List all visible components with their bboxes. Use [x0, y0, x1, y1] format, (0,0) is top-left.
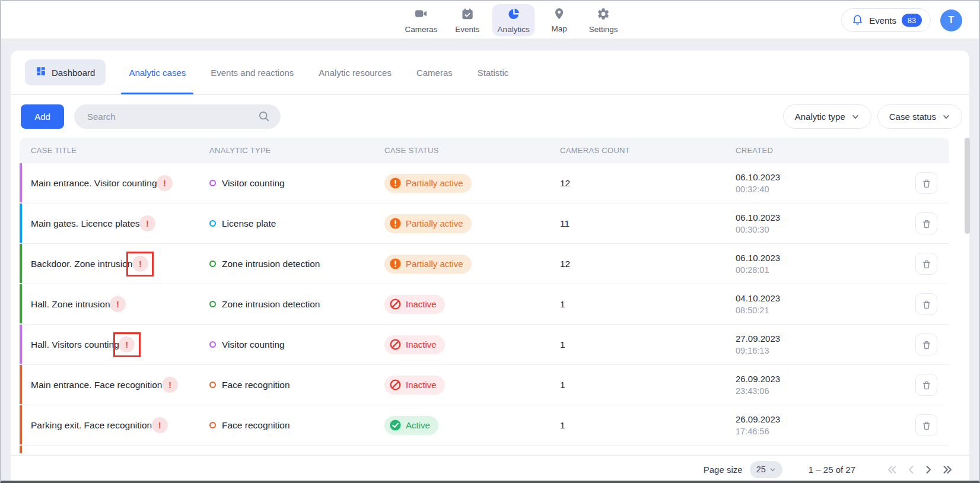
nav-item-label: Cameras	[405, 25, 438, 34]
trash-icon	[921, 299, 932, 310]
row-accent-bar	[20, 204, 22, 243]
status-badge: Inactive	[384, 295, 445, 314]
row-accent-bar	[20, 325, 22, 364]
delete-button[interactable]	[915, 212, 937, 234]
column-header: CAMERAS COUNT	[546, 146, 736, 155]
cameras-count: 1	[560, 299, 565, 310]
tab-events-and-reactions[interactable]: Events and reactions	[198, 50, 306, 94]
created-time: 09:16:13	[736, 345, 860, 357]
exclamation-circle-icon	[390, 258, 401, 269]
delete-button[interactable]	[915, 253, 937, 275]
tab-statistic[interactable]: Statistic	[465, 50, 521, 94]
row-accent-bar	[20, 244, 22, 283]
next-page-button[interactable]	[925, 465, 932, 475]
nav-item-settings[interactable]: Settings	[584, 4, 623, 36]
add-button[interactable]: Add	[21, 104, 64, 129]
table-row[interactable]: Hall. Zone intrusion ! Zone intrusion de…	[20, 284, 949, 325]
column-header: ANALYTIC TYPE	[209, 146, 384, 155]
block-icon	[390, 339, 401, 350]
tab-cameras[interactable]: Cameras	[404, 50, 465, 94]
alert-icon: !	[152, 417, 168, 433]
table-row[interactable]: Main entrance. Face recognition ! Face r…	[20, 365, 949, 405]
case-title: Main entrance. Face recognition	[31, 380, 162, 390]
analytic-type-label: Face recognition	[222, 420, 290, 431]
created-date: 27.09.2023	[736, 332, 860, 345]
alert-icon: !	[119, 336, 135, 352]
analytic-type-label: Face recognition	[222, 380, 290, 390]
analytic-type-icon	[209, 341, 216, 348]
calendar-icon	[460, 7, 474, 23]
search-icon	[258, 110, 270, 125]
tab-list: Analytic cases Events and reactions Anal…	[116, 50, 521, 94]
alert-highlight-box: !	[104, 292, 132, 317]
created-date: 06.10.2023	[736, 171, 860, 183]
filter-group: Analytic type Case status	[777, 104, 962, 129]
block-icon	[390, 298, 401, 310]
tab-analytic-cases[interactable]: Analytic cases	[116, 50, 198, 94]
status-badge: Partially active	[384, 174, 472, 193]
nav-item-map[interactable]: Map	[542, 4, 577, 36]
cameras-count: 12	[560, 259, 570, 269]
table-header: CASE TITLEANALYTIC TYPECASE STATUSCAMERA…	[20, 138, 949, 163]
avatar[interactable]: T	[940, 9, 962, 31]
page-size-value: 25	[756, 465, 766, 474]
tab-label: Events and reactions	[211, 68, 294, 78]
status-badge: Inactive	[384, 376, 445, 395]
tab-analytic-resources[interactable]: Analytic resources	[306, 50, 404, 94]
table-row-partial	[20, 446, 949, 454]
status-label: Inactive	[406, 380, 437, 390]
trash-icon	[921, 339, 932, 350]
tab-dashboard[interactable]: Dashboard	[25, 59, 106, 85]
last-page-button[interactable]	[942, 465, 953, 475]
created-time: 17:46:56	[736, 425, 860, 438]
pagination-range-label: 1 – 25 of 27	[809, 465, 855, 475]
delete-button[interactable]	[915, 374, 937, 396]
dashboard-grid-icon	[36, 66, 46, 79]
events-notifications-button[interactable]: Events 83	[841, 8, 931, 32]
status-badge: Partially active	[384, 255, 472, 274]
case-title: Backdoor. Zone intrusion	[31, 259, 132, 269]
alert-icon: !	[132, 256, 148, 272]
main-navigation: Cameras Events Analytics Map Settings	[400, 1, 623, 39]
column-header: CASE TITLE	[20, 146, 209, 155]
delete-button[interactable]	[915, 172, 937, 194]
nav-item-events[interactable]: Events	[450, 4, 485, 36]
nav-item-analytics[interactable]: Analytics	[492, 4, 535, 36]
tab-label: Statistic	[478, 68, 509, 78]
table-footer: Page size 25 1 – 25 of 27	[11, 455, 969, 483]
analytic-type-label: Visitor counting	[222, 178, 285, 189]
search-box	[74, 104, 281, 129]
tabs-bar: Dashboard Analytic cases Events and reac…	[11, 50, 969, 95]
delete-button[interactable]	[915, 333, 937, 355]
nav-item-label: Settings	[589, 25, 618, 34]
tab-dashboard-label: Dashboard	[52, 68, 95, 78]
table-row[interactable]: Hall. Visitors counting ! Visitor counti…	[20, 325, 949, 365]
filter-dropdown-analytic-type[interactable]: Analytic type	[783, 104, 871, 129]
table-row[interactable]: Main gates. Licence plates ! License pla…	[20, 204, 949, 244]
created-date: 04.10.2023	[736, 292, 860, 304]
vertical-scrollbar[interactable]	[965, 138, 970, 234]
first-page-button[interactable]	[886, 465, 898, 475]
page-size-select[interactable]: 25	[750, 461, 782, 478]
nav-item-label: Map	[552, 24, 567, 33]
filter-dropdown-case-status[interactable]: Case status	[877, 104, 962, 129]
created-time: 08:50:21	[736, 304, 860, 317]
delete-button[interactable]	[915, 414, 937, 436]
column-header: CREATED	[736, 146, 860, 155]
content-panel: Dashboard Analytic cases Events and reac…	[11, 50, 969, 483]
table-row[interactable]: Backdoor. Zone intrusion ! Zone intrusio…	[20, 244, 949, 284]
search-input[interactable]	[74, 104, 281, 129]
cameras-count: 1	[560, 420, 565, 431]
prev-page-button[interactable]	[908, 465, 915, 475]
nav-item-cameras[interactable]: Cameras	[400, 4, 443, 36]
chevron-down-icon	[851, 113, 860, 121]
table-row[interactable]: Main entrance. Visitor counting ! Visito…	[20, 163, 949, 204]
nav-item-label: Events	[455, 25, 479, 34]
filter-label: Case status	[889, 112, 936, 122]
alert-highlight-box: !	[113, 332, 141, 357]
delete-button[interactable]	[915, 293, 937, 315]
alert-icon: !	[110, 296, 126, 312]
camera-icon	[414, 7, 428, 23]
events-button-label: Events	[869, 15, 896, 26]
table-row[interactable]: Parking exit. Face recognition ! Face re…	[20, 405, 949, 446]
